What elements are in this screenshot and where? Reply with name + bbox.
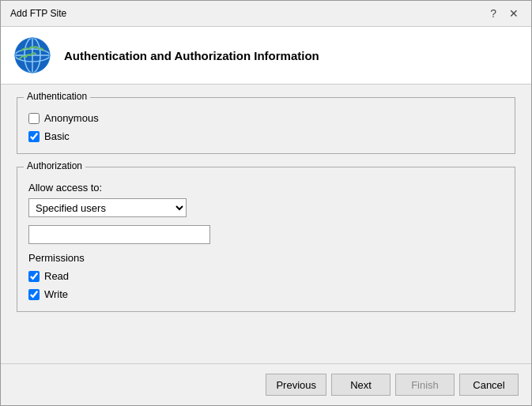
allow-access-label: Allow access to: (28, 182, 504, 194)
anonymous-label[interactable]: Anonymous (44, 112, 99, 124)
help-button[interactable]: ? (487, 7, 500, 20)
write-checkbox[interactable] (28, 289, 40, 300)
previous-button[interactable]: Previous (266, 374, 326, 396)
title-bar-left: Add FTP Site (10, 8, 66, 19)
read-row: Read (28, 270, 504, 282)
write-label[interactable]: Write (44, 288, 68, 300)
access-dropdown[interactable]: Specified users All Users Anonymous User… (28, 198, 187, 217)
authorization-group: Authorization Allow access to: Specified… (17, 167, 515, 312)
header-title: Authentication and Authorization Informa… (64, 49, 319, 62)
read-checkbox[interactable] (28, 271, 40, 282)
cancel-button[interactable]: Cancel (459, 374, 519, 396)
access-select-row: Specified users All Users Anonymous User… (28, 198, 504, 217)
authentication-group-label: Authentication (24, 91, 90, 102)
globe-icon (13, 36, 51, 74)
header-section: Authentication and Authorization Informa… (1, 27, 531, 85)
basic-row: Basic (28, 130, 504, 142)
title-bar-controls: ? ✕ (487, 7, 522, 20)
permissions-label: Permissions (28, 252, 504, 264)
read-label[interactable]: Read (44, 270, 69, 282)
anonymous-checkbox[interactable] (28, 113, 40, 124)
finish-button[interactable]: Finish (395, 374, 455, 396)
window: Add FTP Site ? ✕ Authentication and Auth… (0, 0, 532, 406)
write-row: Write (28, 288, 504, 300)
authentication-group: Authentication Anonymous Basic (17, 97, 515, 154)
anonymous-row: Anonymous (28, 112, 504, 124)
title-bar: Add FTP Site ? ✕ (1, 1, 531, 27)
users-text-input[interactable] (28, 225, 210, 244)
window-title: Add FTP Site (10, 8, 66, 19)
next-button[interactable]: Next (331, 374, 391, 396)
close-button[interactable]: ✕ (506, 7, 522, 20)
content: Authentication Anonymous Basic Authoriza… (1, 85, 531, 363)
authorization-group-label: Authorization (24, 160, 85, 171)
basic-label[interactable]: Basic (44, 130, 70, 142)
basic-checkbox[interactable] (28, 131, 40, 142)
footer: Previous Next Finish Cancel (1, 363, 531, 405)
